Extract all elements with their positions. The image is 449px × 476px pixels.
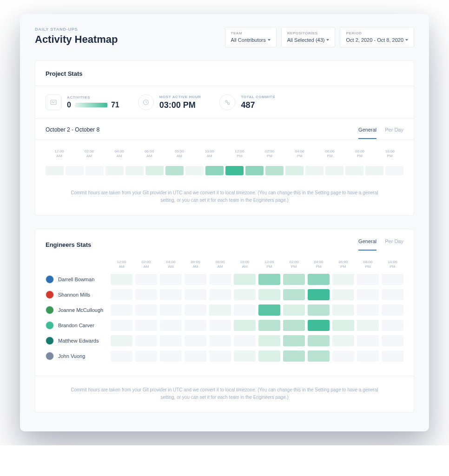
project-stats-row: ACTIVITIES 0 71 MOST ACTIVE HOUR 03:00 P… <box>35 86 414 119</box>
heat-cell <box>332 304 354 316</box>
time-column-header: 08:00PM <box>346 149 374 159</box>
filter-repos[interactable]: REPOSITORIES All Selected (43) <box>281 27 336 47</box>
tab-general[interactable]: General <box>358 238 376 251</box>
project-footnote: Commit hours are taken from your Git pro… <box>35 189 414 215</box>
heat-cell <box>308 350 330 362</box>
engineer-name: Joanne McCullough <box>58 307 103 313</box>
avatar <box>46 352 54 360</box>
chevron-down-icon <box>326 39 329 41</box>
heat-cell <box>357 320 379 331</box>
title-block: DAILY STAND-UPS Activity Heatmap <box>35 27 118 46</box>
heat-cell <box>258 320 280 331</box>
heat-cell <box>135 274 157 285</box>
project-subheader: October 2 - October 8 General Per Day <box>35 119 414 140</box>
heat-cell <box>160 320 182 331</box>
time-column-header: 04:00AM <box>106 149 133 159</box>
heat-cell <box>308 335 330 346</box>
engineer-name: John Vuong <box>58 353 85 359</box>
tab-per-day[interactable]: Per Day <box>385 238 403 251</box>
heat-cell <box>135 304 157 316</box>
time-column-header: 04:00PM <box>308 260 330 269</box>
heat-cell <box>382 289 403 300</box>
heat-cell <box>305 166 324 175</box>
heat-cell <box>332 350 354 362</box>
filter-team-value: All Contributors <box>231 37 271 43</box>
heat-cell <box>160 350 182 362</box>
heat-cell <box>125 166 144 175</box>
heat-cell <box>209 335 231 346</box>
engineers-stats-card: Engineers Stats General Per Day 12:00AM0… <box>35 229 414 413</box>
filter-team[interactable]: TEAM All Contributors <box>225 27 277 47</box>
project-heatmap: 12:00AM02:00AM04:00AM06:00AM08:00AM10:00… <box>35 140 414 189</box>
engineers-header: Engineers Stats General Per Day <box>35 229 414 251</box>
heat-cell <box>209 289 231 300</box>
chevron-down-icon <box>405 39 408 41</box>
heat-cell <box>234 335 256 346</box>
engineer-heat-cells <box>111 304 403 316</box>
project-heat-row <box>46 166 403 175</box>
heat-cell <box>357 304 379 316</box>
svg-rect-0 <box>51 100 56 104</box>
heat-cell <box>209 274 231 285</box>
engineer-heat-cells <box>111 350 403 362</box>
heat-cell <box>160 335 182 346</box>
heat-cell <box>245 166 264 175</box>
heat-cell <box>332 335 354 346</box>
engineer-heat-cells <box>111 320 403 331</box>
heat-cell <box>135 350 157 362</box>
engineer-row: Darrell Bowman <box>46 274 403 285</box>
heat-cell <box>332 320 354 331</box>
heat-cell <box>285 166 304 175</box>
heat-cell <box>111 304 132 316</box>
tab-per-day[interactable]: Per Day <box>385 127 403 139</box>
avatar <box>46 291 54 299</box>
project-stats-title: Project Stats <box>35 61 414 86</box>
heat-cell <box>66 166 84 175</box>
heat-cell <box>325 166 343 175</box>
chevron-down-icon <box>268 39 271 41</box>
stat-most-active: MOST ACTIVE HOUR 03:00 PM <box>138 94 201 110</box>
heat-cell <box>308 320 330 331</box>
engineer-heat-cells <box>111 274 403 285</box>
time-column-header: 10:00AM <box>196 149 223 159</box>
heat-cell <box>135 320 157 331</box>
heat-cell <box>234 350 256 362</box>
activities-scale-bar <box>75 103 107 107</box>
engineer-name-cell: John Vuong <box>46 352 111 360</box>
heat-cell <box>345 166 363 175</box>
heat-cell <box>258 289 280 300</box>
most-active-value: 03:00 PM <box>159 100 201 110</box>
engineers-stats-title: Engineers Stats <box>46 241 91 248</box>
heat-cell <box>86 166 104 175</box>
time-column-header: 02:00PM <box>283 260 305 269</box>
heat-cell <box>135 289 157 300</box>
heat-cell <box>160 289 182 300</box>
time-column-header: 12:00PM <box>226 149 253 159</box>
heat-cell <box>135 335 157 346</box>
heat-cell <box>332 289 354 300</box>
page-title: Activity Heatmap <box>35 33 118 46</box>
heat-cell <box>308 304 330 316</box>
avatar <box>46 337 54 345</box>
time-column-header: 12:00AM <box>46 149 73 159</box>
tab-general[interactable]: General <box>358 127 376 139</box>
heat-cell <box>209 304 231 316</box>
time-column-header: 02:00AM <box>135 260 157 269</box>
activities-max: 71 <box>111 101 119 109</box>
filter-period[interactable]: PERIOD Oct 2, 2020 - Oct 8, 2020 <box>340 27 414 47</box>
heat-cell <box>165 166 184 175</box>
page-container: DAILY STAND-UPS Activity Heatmap TEAM Al… <box>20 14 429 431</box>
heat-cell <box>234 289 256 300</box>
time-column-header: 10:00AM <box>234 260 256 269</box>
time-column-header: 08:00AM <box>209 260 231 269</box>
heat-cell <box>258 304 280 316</box>
time-column-header: 10:00PM <box>382 260 403 269</box>
heat-cell <box>385 166 403 175</box>
activities-icon <box>46 94 61 110</box>
engineer-row: Brandon Carver <box>46 320 403 331</box>
time-column-header: 10:00PM <box>376 149 403 159</box>
heat-cell <box>283 350 305 362</box>
heat-cell <box>46 166 64 175</box>
avatar <box>46 321 54 330</box>
filter-team-label: TEAM <box>231 31 271 35</box>
